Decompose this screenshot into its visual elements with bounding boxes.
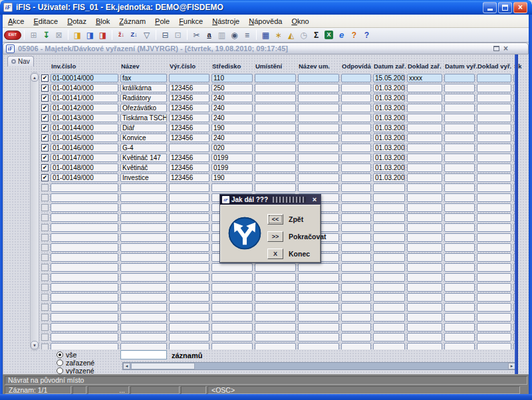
table-cell[interactable] (444, 233, 475, 242)
table-cell[interactable] (477, 283, 511, 292)
table-cell[interactable]: 01-00147/000 (51, 153, 118, 162)
table-cell[interactable] (407, 273, 442, 282)
table-row[interactable] (41, 262, 515, 272)
table-cell[interactable]: 01-00143/000 (51, 114, 118, 122)
table-cell[interactable] (211, 303, 253, 312)
table-cell[interactable]: 110 (211, 74, 253, 82)
table-cell[interactable] (341, 243, 371, 252)
table-cell[interactable]: 240 (211, 114, 253, 122)
table-cell[interactable] (298, 153, 339, 162)
table-cell[interactable] (51, 263, 118, 272)
table-cell[interactable]: 020 (211, 144, 253, 152)
table-cell[interactable] (255, 303, 296, 312)
table-cell[interactable] (373, 203, 405, 212)
table-cell[interactable] (407, 134, 442, 142)
table-row[interactable]: ✔01-00147/000Květináč 147123456019901.03… (41, 153, 515, 163)
find-icon[interactable]: ◉ (228, 29, 241, 41)
table-cell[interactable] (477, 323, 511, 332)
table-cell[interactable] (373, 283, 405, 292)
table-cell[interactable] (477, 233, 511, 242)
table-cell[interactable] (477, 333, 511, 342)
table-cell[interactable] (477, 134, 511, 142)
row-checkbox[interactable] (41, 324, 49, 331)
table-cell[interactable] (407, 183, 442, 192)
table-cell[interactable] (51, 303, 118, 312)
row-checkbox[interactable] (41, 214, 49, 221)
table-cell[interactable] (373, 333, 405, 342)
table-cell[interactable] (373, 193, 405, 202)
table-cell[interactable] (169, 323, 209, 332)
row-checkbox[interactable] (41, 234, 49, 241)
table-cell[interactable] (477, 144, 511, 152)
table-cell[interactable] (211, 183, 253, 192)
table-cell[interactable] (444, 183, 475, 192)
table-cell[interactable]: 01-00149/000 (51, 173, 118, 182)
row-checkbox[interactable]: ✔ (41, 114, 49, 122)
menu-item-záznam[interactable]: Záznam (114, 16, 150, 27)
table-cell[interactable] (341, 263, 371, 272)
copy-icon[interactable]: ▥ (215, 29, 228, 41)
table-cell[interactable] (341, 124, 371, 132)
table-cell[interactable] (298, 303, 339, 312)
table-cell[interactable] (341, 233, 371, 242)
user-help-icon[interactable]: ? (348, 29, 360, 41)
table-cell[interactable] (120, 193, 167, 202)
table-cell[interactable] (477, 293, 511, 302)
table-cell[interactable] (169, 223, 209, 232)
table-cell[interactable]: Diář (120, 124, 167, 132)
table-cell[interactable] (373, 223, 405, 232)
table-cell[interactable] (169, 273, 209, 282)
table-cell[interactable] (477, 74, 511, 82)
table-cell[interactable] (373, 253, 405, 262)
table-cell[interactable] (341, 343, 371, 350)
cancel-query-icon[interactable]: ◨ (96, 29, 109, 41)
table-cell[interactable]: 190 (211, 173, 253, 182)
table-cell[interactable] (120, 293, 167, 302)
filter-included-radio[interactable]: zařazené (57, 359, 94, 366)
table-cell[interactable]: 0199 (211, 163, 253, 172)
table-cell[interactable] (477, 213, 511, 222)
table-cell[interactable]: 01.03.2005 (373, 94, 405, 102)
menu-item-nástroje[interactable]: Nástroje (207, 16, 244, 27)
table-cell[interactable] (298, 263, 339, 272)
table-row[interactable] (41, 302, 515, 312)
table-cell[interactable] (255, 144, 296, 152)
table-cell[interactable] (477, 193, 511, 202)
table-cell[interactable] (211, 283, 253, 292)
table-cell[interactable] (255, 263, 296, 272)
table-cell[interactable]: králíkárna (120, 84, 167, 92)
table-cell[interactable] (211, 333, 253, 342)
table-row[interactable]: ✔01-00149/000Investice12345619001.03.200… (41, 173, 515, 183)
vertical-scrollbar[interactable]: ▲ ▼ (30, 72, 39, 351)
row-checkbox[interactable]: ✔ (41, 134, 49, 142)
table-cell[interactable] (407, 153, 442, 162)
table-cell[interactable]: 01.03.2005 (373, 124, 405, 132)
table-cell[interactable]: Květináč 147 (120, 153, 167, 162)
table-cell[interactable] (407, 94, 442, 102)
table-cell[interactable]: 250 (211, 84, 253, 92)
table-cell[interactable] (255, 124, 296, 132)
table-cell[interactable] (444, 84, 475, 92)
table-cell[interactable] (373, 323, 405, 332)
table-cell[interactable] (444, 253, 475, 262)
table-cell[interactable] (341, 134, 371, 142)
table-cell[interactable] (341, 94, 371, 102)
table-cell[interactable] (255, 94, 296, 102)
table-cell[interactable]: 123456 (169, 114, 209, 122)
table-cell[interactable] (444, 273, 475, 282)
dialog-continue-button[interactable]: >> (267, 231, 283, 242)
record-count-input[interactable] (120, 350, 167, 359)
table-cell[interactable] (477, 163, 511, 172)
row-checkbox[interactable] (41, 244, 49, 251)
table-cell[interactable] (341, 333, 371, 342)
table-cell[interactable] (373, 273, 405, 282)
table-cell[interactable]: 240 (211, 134, 253, 142)
table-cell[interactable]: 01.03.2005 (373, 144, 405, 152)
exit-button[interactable]: EXIT (4, 29, 21, 41)
table-row[interactable] (41, 332, 515, 342)
dialog-end-button[interactable]: X (267, 249, 283, 259)
table-cell[interactable] (51, 333, 118, 342)
table-cell[interactable] (298, 74, 339, 82)
help-icon[interactable]: ? (360, 29, 373, 41)
menu-item-dotaz[interactable]: Dotaz (63, 16, 91, 27)
